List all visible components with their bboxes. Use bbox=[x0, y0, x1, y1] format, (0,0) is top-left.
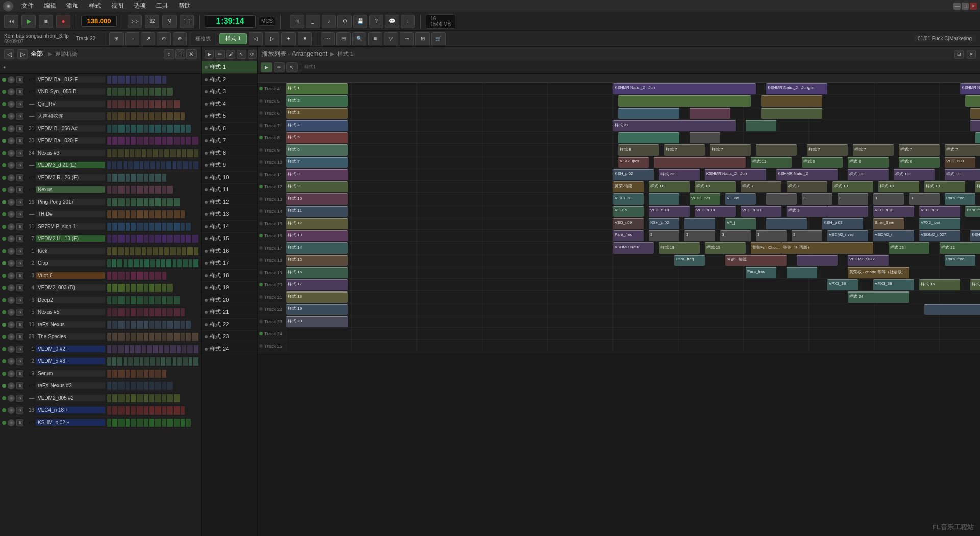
clip-block[interactable]: 样式 9 bbox=[286, 181, 348, 192]
clip-block[interactable]: 样式 16 bbox=[970, 279, 980, 290]
arr-btn3[interactable]: ↗ bbox=[141, 32, 155, 45]
clip-block[interactable]: VEDM2_r bbox=[873, 230, 914, 241]
clip-block[interactable]: 黄荣权 - chotto 等等（社语版） bbox=[848, 267, 909, 278]
pattern-list-item[interactable]: 样式 12 bbox=[202, 196, 257, 208]
pattern-list-item[interactable]: 样式 18 bbox=[202, 270, 257, 282]
chat-btn[interactable]: 💬 bbox=[385, 15, 399, 28]
inst-name[interactable]: VEDM Ba._012 F bbox=[36, 76, 105, 83]
clip-block[interactable]: VEC_n 18 bbox=[649, 206, 690, 217]
clip-block[interactable]: 样式 2 bbox=[286, 95, 348, 107]
help-btn[interactable]: ? bbox=[369, 15, 383, 28]
pattern-list-item[interactable]: 样式 8 bbox=[202, 147, 257, 159]
arr-btn5[interactable]: ⊕ bbox=[173, 32, 187, 45]
clip-block[interactable]: KSH_p 02 bbox=[822, 218, 863, 229]
clip-block[interactable]: 样式 7 bbox=[664, 144, 705, 156]
clip-block[interactable]: 样式 11 bbox=[286, 206, 348, 217]
arr-track-body[interactable] bbox=[286, 340, 980, 352]
clip-block[interactable]: 样式 4 bbox=[286, 120, 348, 131]
previous-btn[interactable]: ⏮ bbox=[4, 15, 18, 28]
clip-block[interactable]: KSHMR Natu._2 - Jungle bbox=[766, 83, 827, 94]
clip-block[interactable]: Sner_Sem bbox=[873, 218, 904, 229]
pattern-list-item[interactable]: 样式 15 bbox=[202, 233, 257, 245]
inst-name[interactable]: The Species bbox=[36, 333, 105, 340]
inst-mute[interactable]: ◉ bbox=[8, 113, 15, 120]
pattern-list-item[interactable]: 样式 24 bbox=[202, 343, 257, 355]
clip-block[interactable]: 样式 7 bbox=[807, 144, 848, 156]
clip-block[interactable]: KSHMR Natu._2 - Jun bbox=[960, 83, 980, 94]
arr-track-body[interactable]: 样式 15Para_freq阿谊 - 损源VEDM2_r.027Para_fre… bbox=[286, 254, 980, 266]
inst-solo[interactable]: S bbox=[16, 211, 23, 218]
clip-block[interactable] bbox=[654, 157, 746, 168]
pattern-list-item[interactable]: 样式 2 bbox=[202, 74, 257, 86]
settings-btn[interactable]: ⚙ bbox=[337, 15, 352, 28]
app-logo[interactable]: ◉ bbox=[3, 1, 13, 11]
inst-solo[interactable]: S bbox=[16, 248, 23, 255]
clip-block[interactable] bbox=[690, 108, 730, 119]
clip-block[interactable]: Para_freq bbox=[965, 206, 980, 217]
clip-block[interactable]: 3 bbox=[684, 230, 715, 241]
inst-name[interactable]: TH D# bbox=[36, 211, 105, 217]
save-btn[interactable]: 💾 bbox=[353, 15, 368, 28]
inst-name[interactable]: reFX Nexus #2 bbox=[36, 382, 105, 389]
clip-block[interactable]: 样式 10 bbox=[878, 181, 919, 192]
pat-pen[interactable]: ✏ bbox=[215, 50, 225, 59]
clip-block[interactable]: 黄荣-语段 bbox=[613, 181, 644, 192]
snap-btn[interactable]: ⊟ bbox=[336, 32, 351, 45]
clip-block[interactable]: 样式 12 bbox=[286, 218, 348, 229]
inst-mute[interactable]: ◉ bbox=[8, 199, 15, 206]
clip-block[interactable]: VE_05 bbox=[725, 193, 756, 205]
inst-mute[interactable]: ◉ bbox=[8, 395, 15, 402]
pattern-list-item[interactable]: 样式 1 bbox=[202, 61, 257, 74]
pattern-list-item[interactable]: 样式 6 bbox=[202, 123, 257, 135]
inst-solo[interactable]: S bbox=[16, 333, 23, 340]
clip-block[interactable]: VEC_n 18 bbox=[919, 206, 960, 217]
clip-block[interactable]: Para_freq bbox=[945, 255, 975, 266]
inst-name[interactable]: Ping Pong 2017 bbox=[36, 199, 105, 205]
pattern-list-item[interactable]: 样式 3 bbox=[202, 86, 257, 98]
clip-block[interactable]: KSH_p 02 bbox=[970, 230, 980, 241]
arr-tool-cursor[interactable]: ↖ bbox=[286, 62, 298, 72]
arr-track-body[interactable]: 样式 2 bbox=[286, 95, 980, 107]
clip-block[interactable]: 3 bbox=[756, 230, 787, 241]
clip-block[interactable]: 样式 9 bbox=[787, 206, 827, 217]
inst-solo[interactable]: S bbox=[16, 419, 23, 426]
clip-block[interactable] bbox=[975, 132, 980, 143]
inst-name[interactable]: VEDM3_d 21 (E) bbox=[36, 162, 105, 168]
arr-track-body[interactable] bbox=[286, 328, 980, 339]
clip-block[interactable]: 阿谊 - 损源 bbox=[725, 255, 787, 266]
arr-track-body[interactable]: 样式 1KSHMR Natu._2 - JunKSHMR Natu._2 - J… bbox=[286, 83, 980, 94]
clip-block[interactable]: VEC_n 18 bbox=[873, 206, 914, 217]
inst-solo[interactable]: S bbox=[16, 321, 23, 328]
inst-solo[interactable]: S bbox=[16, 162, 23, 169]
pat-paint[interactable]: 🖌 bbox=[226, 50, 235, 59]
inst-name[interactable]: VEDM Ba._020 F bbox=[36, 137, 105, 144]
pattern-list-item[interactable]: 样式 14 bbox=[202, 221, 257, 233]
clip-block[interactable]: 样式 7 bbox=[741, 181, 781, 192]
inst-solo[interactable]: S bbox=[16, 407, 23, 414]
inst-name[interactable]: VEDM_5 #3 + bbox=[36, 358, 105, 364]
inst-name[interactable]: Nexus bbox=[36, 186, 105, 193]
inst-solo[interactable]: S bbox=[16, 235, 23, 242]
inst-solo[interactable]: S bbox=[16, 284, 23, 291]
inst-solo[interactable]: S bbox=[16, 346, 23, 353]
inst-name[interactable]: VEDM3 R._26 (E) bbox=[36, 174, 105, 181]
minimize-btn[interactable]: — bbox=[953, 3, 961, 10]
clip-block[interactable] bbox=[965, 95, 980, 107]
clip-block[interactable]: 样式 13 bbox=[848, 169, 889, 180]
inst-name[interactable]: Nexus #3 bbox=[36, 150, 105, 156]
cloud-btn[interactable]: ↓ bbox=[401, 15, 415, 28]
inst-name[interactable]: KSHM_p 02 + bbox=[36, 419, 105, 426]
clip-block[interactable]: 样式 7 bbox=[286, 157, 348, 168]
inst-mute[interactable]: ◉ bbox=[8, 284, 15, 291]
inst-mute[interactable]: ◉ bbox=[8, 174, 15, 181]
inst-mute[interactable]: ◉ bbox=[8, 419, 15, 426]
clip-block[interactable] bbox=[618, 132, 679, 143]
pat-next[interactable]: ▷ bbox=[265, 32, 279, 45]
play-btn[interactable]: ▶ bbox=[21, 15, 36, 28]
clip-block[interactable]: 样式 16 bbox=[286, 267, 348, 278]
inst-solo[interactable]: S bbox=[16, 395, 23, 402]
clip-block[interactable]: VED_r.09 bbox=[945, 157, 975, 168]
inst-name[interactable]: VND Syn._055 B bbox=[36, 88, 105, 95]
clip-block[interactable]: 样式 11 bbox=[751, 157, 792, 168]
inst-mute[interactable]: ◉ bbox=[8, 248, 15, 255]
